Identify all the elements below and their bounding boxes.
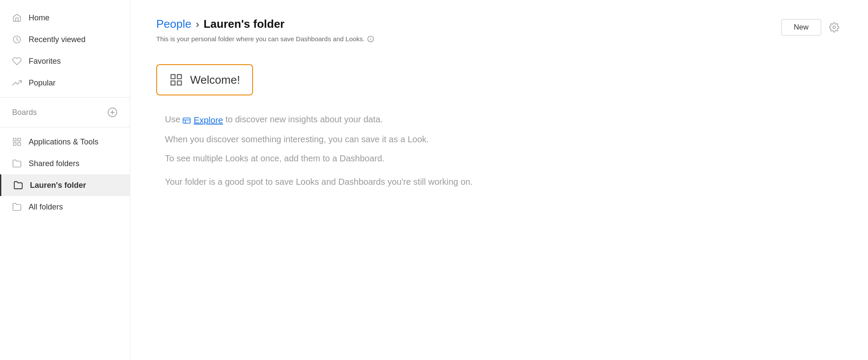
page-description: This is your personal folder where you c… xyxy=(156,35,374,43)
breadcrumb-area: People › Lauren's folder This is your pe… xyxy=(156,17,374,64)
svg-rect-6 xyxy=(13,143,16,145)
description-text: This is your personal folder where you c… xyxy=(156,35,365,43)
explore-icon xyxy=(183,115,192,125)
svg-rect-4 xyxy=(13,138,16,141)
dashboard-info-line: To see multiple Looks at once, add them … xyxy=(165,152,842,165)
look-info-line: When you discover something interesting,… xyxy=(165,133,842,146)
svg-rect-16 xyxy=(183,118,191,123)
breadcrumb-separator: › xyxy=(196,18,199,30)
boards-section-header: Boards xyxy=(0,101,130,124)
main-content: People › Lauren's folder This is your pe… xyxy=(130,0,868,360)
breadcrumb: People › Lauren's folder xyxy=(156,17,374,31)
sidebar-item-home[interactable]: Home xyxy=(0,7,130,29)
folder-info-line: Your folder is a good spot to save Looks… xyxy=(165,175,842,188)
sidebar-item-popular[interactable]: Popular xyxy=(0,72,130,94)
sidebar-divider-1 xyxy=(0,97,130,98)
sidebar-item-popular-label: Popular xyxy=(29,79,56,88)
breadcrumb-current: Lauren's folder xyxy=(204,17,285,31)
sidebar-item-laurens-folder[interactable]: Lauren's folder xyxy=(0,174,130,196)
sidebar-item-shared-folders-label: Shared folders xyxy=(29,159,79,168)
sidebar-divider-2 xyxy=(0,127,130,128)
sidebar-item-all-folders-label: All folders xyxy=(29,203,63,212)
boards-label: Boards xyxy=(12,108,37,117)
explore-info-line: Use Explore to discover new insights abo… xyxy=(165,113,842,127)
svg-rect-13 xyxy=(178,75,181,79)
gear-button[interactable] xyxy=(826,20,842,35)
info-lines: Use Explore to discover new insights abo… xyxy=(165,113,842,188)
sidebar-item-all-folders[interactable]: All folders xyxy=(0,196,130,218)
clock-icon xyxy=(12,35,22,44)
folder-laurens-icon xyxy=(13,180,23,190)
svg-rect-14 xyxy=(171,81,175,85)
svg-rect-5 xyxy=(18,138,20,141)
explore-link[interactable]: Explore xyxy=(183,114,223,127)
explore-suffix: to discover new insights about your data… xyxy=(226,115,383,124)
grid-icon xyxy=(12,137,22,147)
welcome-label: Welcome! xyxy=(190,73,240,87)
info-icon[interactable] xyxy=(367,36,374,43)
welcome-grid-icon xyxy=(169,73,183,87)
sidebar-item-applications-tools[interactable]: Applications & Tools xyxy=(0,131,130,153)
sidebar: Home Recently viewed Favorites xyxy=(0,0,130,360)
folder-shared-icon xyxy=(12,159,22,168)
add-board-icon[interactable] xyxy=(107,107,118,118)
sidebar-item-home-label: Home xyxy=(29,13,49,23)
home-icon xyxy=(12,13,22,23)
explore-prefix: Use xyxy=(165,115,183,124)
sidebar-item-favorites-label: Favorites xyxy=(29,57,61,66)
sidebar-item-favorites[interactable]: Favorites xyxy=(0,50,130,72)
sidebar-item-recently-viewed[interactable]: Recently viewed xyxy=(0,29,130,50)
welcome-card[interactable]: Welcome! xyxy=(156,64,253,95)
folder-all-icon xyxy=(12,202,22,212)
svg-rect-15 xyxy=(178,81,181,85)
svg-point-11 xyxy=(833,26,835,29)
new-button[interactable]: New xyxy=(781,19,821,36)
breadcrumb-people[interactable]: People xyxy=(156,17,191,31)
sidebar-nav: Home Recently viewed Favorites xyxy=(0,7,130,94)
trending-icon xyxy=(12,78,22,88)
header-actions: New xyxy=(781,17,842,36)
sidebar-item-shared-folders[interactable]: Shared folders xyxy=(0,153,130,174)
heart-icon xyxy=(12,56,22,66)
sidebar-item-recently-viewed-label: Recently viewed xyxy=(29,35,85,44)
page-header: People › Lauren's folder This is your pe… xyxy=(156,17,842,64)
svg-rect-7 xyxy=(18,143,20,145)
sidebar-item-applications-tools-label: Applications & Tools xyxy=(29,137,99,147)
sidebar-item-laurens-folder-label: Lauren's folder xyxy=(30,181,86,190)
svg-rect-12 xyxy=(171,75,175,79)
explore-link-label: Explore xyxy=(194,114,223,127)
